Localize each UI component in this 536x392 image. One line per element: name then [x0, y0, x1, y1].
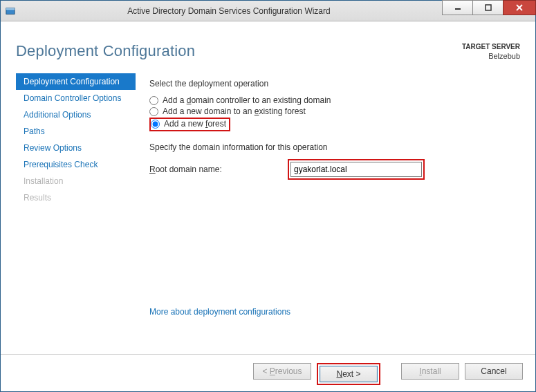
nav-deployment-configuration[interactable]: Deployment Configuration [16, 73, 136, 90]
titlebar[interactable]: Active Directory Domain Services Configu… [1, 1, 535, 21]
nav-paths[interactable]: Paths [16, 123, 136, 140]
radio-new-forest[interactable]: Add a new forest [151, 119, 226, 129]
highlight-root-domain-field [288, 159, 425, 180]
app-icon [5, 6, 16, 17]
nav-prerequisites-check[interactable]: Prerequisites Check [16, 156, 136, 173]
wizard-footer: < Previous Next > Install Cancel [1, 354, 535, 391]
nav-review-options[interactable]: Review Options [16, 140, 136, 156]
maximize-button[interactable] [472, 0, 503, 15]
root-domain-name-label: Root domain name: [149, 165, 288, 174]
specify-domain-label: Specify the domain information for this … [149, 142, 508, 152]
close-button[interactable] [503, 0, 536, 15]
svg-rect-3 [486, 5, 491, 10]
install-button: Install [401, 363, 459, 380]
highlight-next-button: Next > [317, 363, 380, 385]
target-server-info: TARGET SERVER Belzebub [462, 42, 520, 61]
wizard-nav: Deployment Configuration Domain Controll… [1, 73, 136, 322]
radio-new-forest-input[interactable] [151, 120, 160, 129]
radio-existing-forest[interactable]: Add a new domain to an existing forest [149, 106, 508, 116]
page-header: Deployment Configuration TARGET SERVER B… [1, 21, 535, 68]
cancel-button[interactable]: Cancel [465, 363, 523, 380]
minimize-button[interactable] [442, 0, 473, 15]
radio-existing-domain[interactable]: Add a domain controller to an existing d… [149, 95, 508, 105]
previous-button: < Previous [253, 363, 311, 380]
nav-results: Results [16, 189, 136, 206]
wizard-window: Active Directory Domain Services Configu… [0, 0, 536, 392]
select-operation-label: Select the deployment operation [149, 79, 508, 88]
svg-rect-1 [6, 8, 15, 10]
highlight-new-forest: Add a new forest [149, 118, 230, 131]
radio-existing-forest-input[interactable] [149, 107, 158, 116]
more-about-deployment-link[interactable]: More about deployment configurations [149, 307, 290, 317]
window-title: Active Directory Domain Services Configu… [16, 6, 442, 16]
nav-installation: Installation [16, 173, 136, 189]
next-button[interactable]: Next > [320, 366, 378, 382]
nav-additional-options[interactable]: Additional Options [16, 106, 136, 123]
root-domain-name-input[interactable] [290, 162, 422, 177]
page-title: Deployment Configuration [16, 42, 195, 60]
target-server-value: Belzebub [462, 51, 520, 61]
nav-domain-controller-options[interactable]: Domain Controller Options [16, 90, 136, 106]
main-panel: Select the deployment operation Add a do… [136, 73, 535, 322]
radio-existing-domain-input[interactable] [149, 96, 158, 105]
target-server-label: TARGET SERVER [462, 42, 520, 51]
